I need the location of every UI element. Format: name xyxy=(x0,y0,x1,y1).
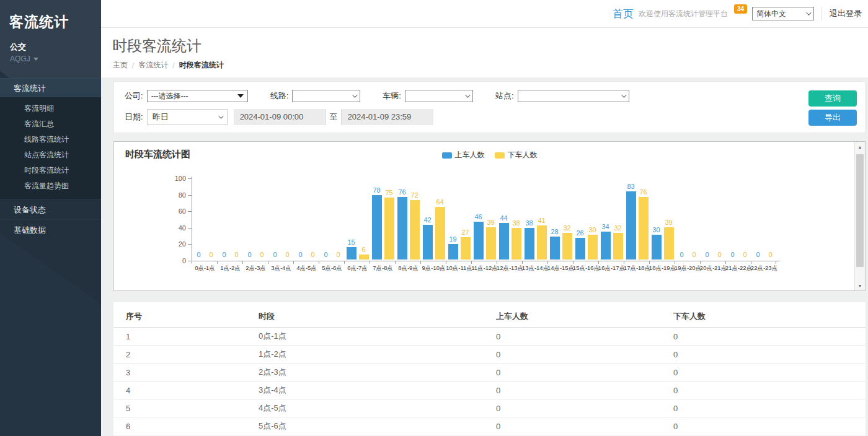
export-button[interactable]: 导出 xyxy=(808,110,857,126)
org-code-dropdown[interactable]: AQGJ xyxy=(0,53,101,63)
breadcrumb-separator: / xyxy=(172,61,174,70)
bar-column: 28 xyxy=(550,228,560,259)
bar-value-label: 75 xyxy=(385,189,392,197)
bar xyxy=(435,207,445,259)
x-axis-tick-label: 7点-8点 xyxy=(370,264,396,272)
col-header-index: 序号 xyxy=(113,306,259,328)
sidebar-nav: 客流统计 客流明细客流汇总线路客流统计站点客流统计时段客流统计客流量趋势图 设备… xyxy=(0,78,101,240)
vehicle-select[interactable] xyxy=(405,90,473,102)
table-cell: 3点-4点 xyxy=(259,381,496,399)
filter-row-1: 公司: ---请选择--- 线路: 车辆: 站点: xyxy=(125,90,629,102)
bar-group: 3039 xyxy=(650,219,675,259)
y-axis-tick-mark xyxy=(188,178,192,179)
language-select[interactable]: 简体中文 xyxy=(752,7,814,20)
col-header-period: 时段 xyxy=(259,306,496,328)
sidebar-subitem[interactable]: 站点客流统计 xyxy=(0,147,101,163)
bar xyxy=(537,225,547,259)
table-cell: 2 xyxy=(113,346,259,364)
table-cell: 1点-2点 xyxy=(259,346,496,364)
line-select[interactable] xyxy=(292,90,360,102)
company-select[interactable]: ---请选择--- xyxy=(147,90,248,102)
x-axis-tick-mark xyxy=(675,261,700,264)
bar-value-label: 41 xyxy=(538,217,545,225)
y-axis-tick-label: 40 xyxy=(166,224,186,232)
x-axis-tick-mark xyxy=(649,261,675,264)
bar-value-label: 15 xyxy=(347,238,355,246)
x-axis-tick-label: 0点-1点 xyxy=(192,264,218,272)
bar xyxy=(613,233,623,259)
y-axis-tick-mark xyxy=(188,228,192,229)
y-axis-tick-mark xyxy=(188,261,192,261)
bar-value-label: 38 xyxy=(525,219,533,227)
bar-column: 0 xyxy=(689,251,699,259)
breadcrumb-section[interactable]: 客流统计 xyxy=(138,60,168,71)
table-row: 21点-2点00 xyxy=(113,346,866,364)
bar-group: 7875 xyxy=(370,186,396,259)
sidebar-submenu: 客流明细客流汇总线路客流统计站点客流统计时段客流统计客流量趋势图 xyxy=(0,97,101,199)
bar-column: 0 xyxy=(702,251,712,259)
bar xyxy=(550,237,560,259)
table-header-row: 序号 时段 上车人数 下车人数 xyxy=(113,306,866,328)
logout-link[interactable]: 退出登录 xyxy=(830,8,862,19)
date-to-input[interactable]: 2024-01-09 23:59 xyxy=(342,109,433,125)
sidebar-subitem[interactable]: 时段客流统计 xyxy=(0,163,101,178)
bar xyxy=(347,247,356,259)
station-select[interactable] xyxy=(518,90,629,102)
x-axis-tick-label: 15点-16点 xyxy=(574,264,599,272)
x-axis-tick-mark xyxy=(700,261,725,264)
line-label: 线路: xyxy=(270,90,289,102)
dropdown-arrow-icon xyxy=(237,94,244,98)
bar-group: 00 xyxy=(294,251,319,259)
sidebar-subitem[interactable]: 客流明细 xyxy=(0,101,101,116)
scroll-down-arrow-icon[interactable]: ▼ xyxy=(855,281,865,290)
bar-column: 42 xyxy=(423,216,433,259)
bar-column: 0 xyxy=(296,251,306,259)
home-link[interactable]: 首页 xyxy=(613,7,634,21)
x-axis-tick-mark xyxy=(344,261,370,264)
bar-column: 0 xyxy=(270,251,280,259)
bar-group: 4438 xyxy=(497,214,523,259)
bar-column: 34 xyxy=(601,223,611,259)
bar-column: 38 xyxy=(525,219,534,259)
sidebar-item-device-status[interactable]: 设备状态 xyxy=(0,199,101,219)
bar-value-label: 32 xyxy=(614,224,621,232)
bar-value-label: 46 xyxy=(474,213,482,221)
table-cell: 3 xyxy=(113,364,259,381)
bar-value-label: 0 xyxy=(273,251,277,259)
sidebar-item-base-data[interactable]: 基础数据 xyxy=(0,219,101,240)
bar-value-label: 0 xyxy=(260,251,264,259)
bar-column: 0 xyxy=(753,251,763,259)
table-row: 54点-5点00 xyxy=(113,399,866,417)
bar-value-label: 76 xyxy=(398,188,405,196)
scrollbar-thumb[interactable] xyxy=(856,154,864,267)
query-button[interactable]: 查询 xyxy=(808,90,857,107)
date-preset-select[interactable]: 昨日 xyxy=(147,109,228,125)
bar xyxy=(664,227,674,259)
bar-group: 00 xyxy=(319,251,345,259)
chart-plot: 0000000000001567875767242641927463944383… xyxy=(114,142,865,290)
bar-value-label: 0 xyxy=(743,251,746,259)
bar-value-label: 78 xyxy=(373,186,380,194)
breadcrumb-home[interactable]: 主页 xyxy=(113,60,128,71)
bar xyxy=(588,235,598,259)
y-axis-tick-label: 0 xyxy=(166,257,186,264)
notification-badge[interactable]: 34 xyxy=(734,4,747,14)
sidebar-subitem[interactable]: 线路客流统计 xyxy=(0,132,101,147)
x-axis-labels: 0点-1点1点-2点2点-3点3点-4点4点-5点5点-6点6点-7点7点-8点… xyxy=(192,264,777,272)
bar-value-label: 34 xyxy=(601,223,609,231)
x-axis-tick-mark xyxy=(522,261,547,264)
chart-scrollbar[interactable]: ▲ ▼ xyxy=(854,142,865,290)
table-cell: 0 xyxy=(673,417,866,435)
table-row: 65点-6点00 xyxy=(113,417,866,435)
bar-value-label: 42 xyxy=(423,216,431,224)
bar xyxy=(499,223,509,259)
sidebar-item-passenger-stats[interactable]: 客流统计 xyxy=(0,78,101,97)
scroll-up-arrow-icon[interactable]: ▲ xyxy=(855,142,865,152)
bar-value-label: 0 xyxy=(768,251,772,259)
sidebar-subitem[interactable]: 客流量趋势图 xyxy=(0,178,101,194)
x-axis-tick-mark xyxy=(192,261,217,264)
table-cell: 0 xyxy=(496,381,673,399)
sidebar-subitem[interactable]: 客流汇总 xyxy=(0,116,101,132)
table-cell: 0 xyxy=(496,364,673,381)
date-from-input[interactable]: 2024-01-09 00:00 xyxy=(234,109,326,125)
